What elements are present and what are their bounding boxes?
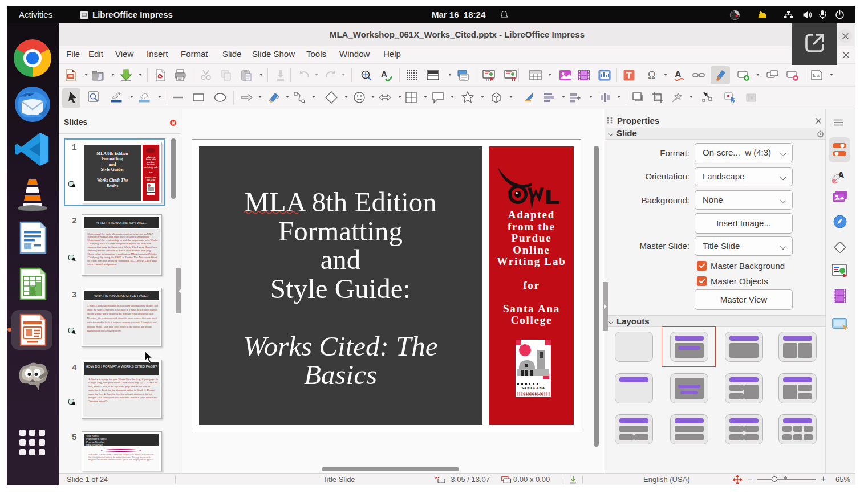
- svg-text:A: A: [381, 69, 387, 79]
- svg-text:A: A: [675, 70, 682, 79]
- svg-text:Ω: Ω: [648, 70, 655, 81]
